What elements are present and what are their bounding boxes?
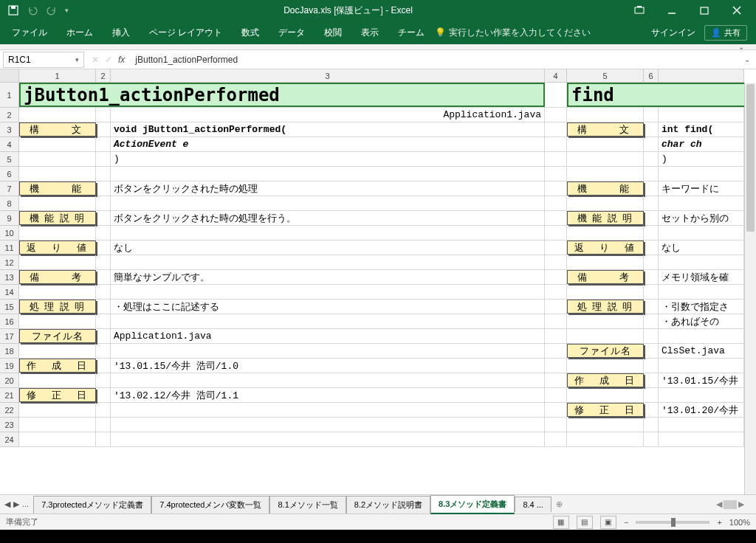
cell[interactable]: ・処理はここに記述する <box>111 300 545 314</box>
cell[interactable] <box>19 432 96 446</box>
cell[interactable]: Application1.java <box>111 329 545 343</box>
cell[interactable] <box>96 314 111 328</box>
row-header[interactable]: 4 <box>0 137 18 152</box>
title-cell-1[interactable]: jButton1_actionPerformed <box>19 83 545 107</box>
cell[interactable] <box>19 108 96 122</box>
row-header[interactable]: 13 <box>0 270 18 285</box>
row-header[interactable]: 20 <box>0 373 18 388</box>
cell[interactable]: ClsSet.java <box>659 344 744 358</box>
zoom-level[interactable]: 100% <box>729 518 750 527</box>
cell[interactable] <box>19 418 96 432</box>
label-desc-2[interactable]: 機 能 説 明 <box>567 211 644 225</box>
sheet-tab[interactable]: 8.1メソッド一覧 <box>269 496 346 513</box>
cell[interactable] <box>111 403 545 417</box>
cell[interactable] <box>644 329 659 343</box>
cell[interactable] <box>545 329 567 343</box>
cell[interactable] <box>96 329 111 343</box>
cell[interactable] <box>545 137 567 151</box>
label-modified-2[interactable]: 修 正 日 <box>567 403 644 417</box>
cell[interactable] <box>96 167 111 181</box>
cell[interactable] <box>545 167 567 181</box>
cell[interactable] <box>96 152 111 166</box>
vertical-scrollbar[interactable] <box>744 83 756 494</box>
cell[interactable] <box>644 314 659 328</box>
close-button[interactable] <box>724 0 750 21</box>
label-return-2[interactable]: 返 り 値 <box>567 241 644 255</box>
tab-pagelayout[interactable]: ページ レイアウト <box>140 22 231 44</box>
col-header[interactable]: 5 <box>567 69 644 82</box>
cell[interactable] <box>96 300 111 314</box>
sheet-tab[interactable]: 7.4protectedメンバ変数一覧 <box>151 496 269 513</box>
expand-formula-icon[interactable]: ⌄ <box>738 55 756 63</box>
cell[interactable] <box>96 373 111 387</box>
row-header[interactable]: 21 <box>0 388 18 403</box>
cell[interactable]: ボタンをクリックされた時の処理を行う。 <box>111 211 545 225</box>
cell[interactable]: void jButton1_actionPerformed( <box>111 122 545 136</box>
sheet-tab[interactable]: 7.3protectedメソッド定義書 <box>33 496 151 513</box>
cell[interactable] <box>111 196 545 210</box>
cell[interactable] <box>659 359 744 373</box>
row-header[interactable]: 18 <box>0 344 18 359</box>
label-process-2[interactable]: 処 理 説 明 <box>567 300 644 314</box>
col-header[interactable]: 4 <box>545 69 567 82</box>
row-header[interactable]: 17 <box>0 329 18 344</box>
sheet-tab[interactable]: 8.2メソッド説明書 <box>346 496 430 513</box>
zoom-out-icon[interactable]: − <box>624 518 628 527</box>
cell[interactable] <box>96 241 111 255</box>
row-header[interactable]: 9 <box>0 211 18 226</box>
cell[interactable] <box>545 285 567 299</box>
cell[interactable] <box>96 226 111 240</box>
cell[interactable] <box>644 285 659 299</box>
cell[interactable] <box>96 285 111 299</box>
row-header[interactable]: 7 <box>0 181 18 196</box>
tab-nav-prev-icon[interactable]: ◀ <box>4 499 10 509</box>
cell[interactable] <box>545 403 567 417</box>
row-header[interactable]: 14 <box>0 285 18 300</box>
cell[interactable] <box>545 83 567 107</box>
cell[interactable] <box>545 108 567 122</box>
row-header[interactable]: 6 <box>0 167 18 181</box>
horizontal-scrollbar[interactable]: ◀▶ <box>712 499 756 509</box>
tab-home[interactable]: ホーム <box>58 22 102 44</box>
cell[interactable]: ) <box>659 152 744 166</box>
cancel-icon[interactable]: ✕ <box>92 55 99 65</box>
cell[interactable] <box>545 152 567 166</box>
row-header[interactable]: 23 <box>0 418 18 432</box>
label-filename-2[interactable]: ファイル名 <box>567 344 644 358</box>
label-return[interactable]: 返 り 値 <box>19 241 96 255</box>
scroll-thumb[interactable] <box>746 84 755 232</box>
row-header[interactable]: 24 <box>0 432 18 447</box>
add-sheet-button[interactable]: ⊕ <box>551 499 567 509</box>
label-note[interactable]: 備 考 <box>19 270 96 284</box>
cell[interactable] <box>567 359 644 373</box>
cell[interactable]: ActionEvent e <box>111 137 545 151</box>
cell[interactable] <box>659 167 744 181</box>
cell[interactable] <box>567 255 644 269</box>
cell[interactable] <box>545 418 567 432</box>
cell[interactable] <box>659 432 744 446</box>
tab-team[interactable]: チーム <box>389 22 433 44</box>
cell[interactable] <box>545 181 567 196</box>
cell[interactable] <box>644 432 659 446</box>
cell[interactable] <box>644 196 659 210</box>
cell[interactable] <box>111 418 545 432</box>
row-header[interactable]: 3 <box>0 122 18 137</box>
cell[interactable] <box>545 432 567 446</box>
tab-data[interactable]: データ <box>269 22 314 44</box>
cell[interactable]: '13.01.15/今井 <box>659 373 744 387</box>
cell[interactable] <box>96 270 111 284</box>
cell[interactable] <box>19 226 96 240</box>
label-function-2[interactable]: 機 能 <box>567 181 644 196</box>
cells[interactable]: jButton1_actionPerformed find Applicatio… <box>19 83 744 494</box>
fx-icon[interactable]: fx <box>118 55 125 65</box>
cell[interactable]: 簡単なサンプルです。 <box>111 270 545 284</box>
share-button[interactable]: 👤 共有 <box>704 25 747 41</box>
cell[interactable]: ・あればその <box>659 314 744 328</box>
formula-input[interactable]: jButton1_actionPerformed <box>129 55 738 65</box>
cell[interactable]: int find( <box>659 122 744 136</box>
cell[interactable] <box>96 403 111 417</box>
row-header[interactable]: 1 <box>0 83 18 108</box>
name-box[interactable]: R1C1▾ <box>3 52 84 68</box>
cell[interactable]: ・引数で指定さ <box>659 300 744 314</box>
cell[interactable]: ボタンをクリックされた時の処理 <box>111 181 545 196</box>
